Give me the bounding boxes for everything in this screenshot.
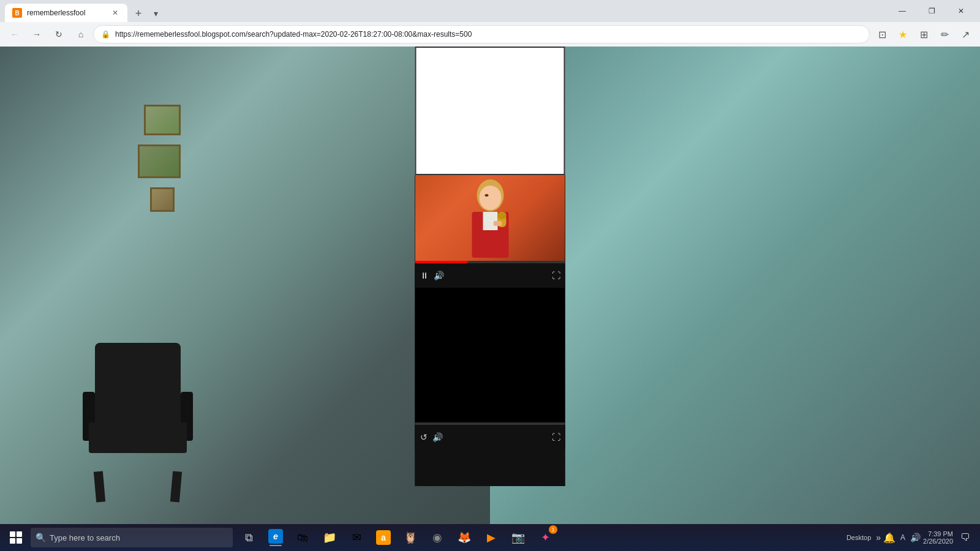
taskbar-icon-camera[interactable]: 📷 bbox=[505, 524, 532, 551]
taskbar-icon-mail[interactable]: ✉ bbox=[343, 524, 370, 551]
search-placeholder-text: Type here to search bbox=[50, 533, 120, 542]
fullscreen-button-2[interactable]: ⛶ bbox=[552, 432, 560, 442]
video-progress-bar-1[interactable] bbox=[415, 261, 565, 263]
taskbar-search[interactable]: 🔍 Type here to search bbox=[31, 528, 233, 547]
chair bbox=[83, 343, 193, 478]
maximize-button[interactable]: ❐ bbox=[918, 0, 946, 22]
chair-leg-left bbox=[94, 471, 105, 502]
new-tab-button[interactable]: + bbox=[130, 5, 147, 22]
singer-svg bbox=[459, 178, 521, 258]
chair-back bbox=[95, 343, 181, 429]
browser-tab[interactable]: B rememberlessfool ✕ bbox=[5, 4, 127, 22]
video-progress-bar-2[interactable] bbox=[415, 422, 565, 425]
tab-bar: B rememberlessfool ✕ + ▾ bbox=[5, 0, 881, 22]
taskbar-icon-amazon[interactable]: a bbox=[370, 524, 397, 551]
taskbar: 🔍 Type here to search ⧉ e 🛍 📁 ✉ a 🦉 ◉ bbox=[0, 524, 980, 551]
start-button[interactable] bbox=[2, 524, 29, 551]
volume-button-2[interactable]: 🔊 bbox=[432, 432, 443, 442]
taskbar-icon-circle[interactable]: ◉ bbox=[424, 524, 451, 551]
video-controls-2: ↺ 🔊 ⛶ bbox=[415, 425, 565, 449]
video-player-1: ⏸ 🔊 ⛶ bbox=[415, 175, 565, 288]
url-bar[interactable]: 🔒 https://rememeberlessfool.blogspot.com… bbox=[93, 25, 870, 43]
time-display[interactable]: 7:39 PM 2/26/2020 bbox=[923, 530, 953, 545]
collections-button[interactable]: ⊞ bbox=[914, 24, 933, 44]
volume-button-1[interactable]: 🔊 bbox=[434, 271, 444, 280]
svg-point-8 bbox=[484, 194, 488, 197]
chair-seat bbox=[89, 422, 187, 453]
video-player-2: ↺ 🔊 ⛶ bbox=[415, 422, 565, 449]
svg-rect-6 bbox=[497, 212, 506, 219]
taskbar-icon-extra[interactable]: ✦ 1 bbox=[532, 524, 559, 551]
share-button[interactable]: ↗ bbox=[956, 24, 975, 44]
time-text: 7:39 PM bbox=[928, 530, 953, 538]
date-text: 2/26/2020 bbox=[923, 538, 953, 545]
painting-2 bbox=[138, 144, 181, 178]
toolbar-icons: ⊡ ★ ⊞ ✏ ↗ bbox=[872, 24, 975, 44]
bottom-content bbox=[415, 449, 565, 486]
black-section bbox=[415, 288, 565, 422]
svg-point-2 bbox=[479, 186, 501, 210]
window-controls: — ❐ ✕ bbox=[888, 0, 975, 22]
back-button[interactable]: ← bbox=[5, 24, 24, 44]
draw-button[interactable]: ✏ bbox=[935, 24, 954, 44]
video-thumbnail-1[interactable] bbox=[415, 175, 565, 261]
lock-icon: 🔒 bbox=[101, 30, 110, 39]
notification-center-button[interactable]: 🗨 bbox=[956, 524, 975, 551]
taskbar-icon-explorer[interactable]: 📁 bbox=[316, 524, 343, 551]
reader-view-button[interactable]: ⊡ bbox=[872, 24, 892, 44]
notification-badge: 1 bbox=[549, 525, 557, 534]
desktop-text[interactable]: Desktop bbox=[844, 534, 873, 541]
tab-title: rememberlessfool bbox=[27, 9, 105, 17]
tab-list-button[interactable]: ▾ bbox=[147, 5, 164, 22]
tray-notification-icon[interactable]: 🔔 bbox=[883, 532, 895, 544]
home-button[interactable]: ⌂ bbox=[71, 24, 91, 44]
tray-volume-icon[interactable]: 🔊 bbox=[910, 533, 921, 542]
taskbar-icon-firefox[interactable]: 🦊 bbox=[451, 524, 478, 551]
address-bar: ← → ↻ ⌂ 🔒 https://rememeberlessfool.blog… bbox=[0, 22, 980, 47]
taskbar-icon-tripadvisor[interactable]: 🦉 bbox=[397, 524, 424, 551]
windows-icon bbox=[10, 531, 22, 544]
chair-leg-right bbox=[170, 471, 182, 502]
pause-button[interactable]: ⏸ bbox=[420, 271, 429, 280]
search-icon: 🔍 bbox=[36, 533, 46, 542]
title-bar: B rememberlessfool ✕ + ▾ — ❐ ✕ bbox=[0, 0, 980, 22]
page-content: ⏸ 🔊 ⛶ ↺ 🔊 ⛶ bbox=[0, 47, 980, 551]
ad-container bbox=[415, 47, 565, 175]
refresh-button[interactable]: ↻ bbox=[49, 24, 69, 44]
fullscreen-button-1[interactable]: ⛶ bbox=[552, 271, 560, 280]
taskbar-icon-taskview[interactable]: ⧉ bbox=[235, 524, 262, 551]
url-text: https://rememeberlessfool.blogspot.com/s… bbox=[115, 30, 862, 39]
taskbar-icons: ⧉ e 🛍 📁 ✉ a 🦉 ◉ 🦊 ▶ 📷 bbox=[235, 524, 559, 551]
painting-3 bbox=[150, 187, 175, 212]
chevron-icon[interactable]: » bbox=[876, 533, 881, 542]
bookmark-button[interactable]: ★ bbox=[893, 24, 913, 44]
svg-rect-7 bbox=[493, 221, 502, 226]
taskbar-icon-edge[interactable]: e bbox=[262, 524, 289, 551]
tray-language-icon: A bbox=[898, 533, 908, 542]
video-area: ⏸ 🔊 ⛶ ↺ 🔊 ⛶ bbox=[415, 47, 565, 486]
painting-1 bbox=[144, 105, 181, 135]
browser-frame: B rememberlessfool ✕ + ▾ — ❐ ✕ ← → ↻ ⌂ 🔒… bbox=[0, 0, 980, 551]
taskbar-icon-vlc[interactable]: ▶ bbox=[478, 524, 505, 551]
tab-close-button[interactable]: ✕ bbox=[110, 8, 120, 18]
forward-button[interactable]: → bbox=[27, 24, 47, 44]
taskbar-icon-store[interactable]: 🛍 bbox=[289, 524, 316, 551]
close-button[interactable]: ✕ bbox=[947, 0, 975, 22]
video-preview-image bbox=[415, 175, 565, 261]
taskbar-right: Desktop » 🔔 A 🔊 7:39 PM 2/26/2020 🗨 bbox=[844, 524, 978, 551]
video-controls-1: ⏸ 🔊 ⛶ bbox=[415, 263, 565, 288]
video-progress-fill-1 bbox=[415, 261, 468, 263]
tab-favicon: B bbox=[12, 8, 22, 18]
minimize-button[interactable]: — bbox=[888, 0, 916, 22]
replay-button[interactable]: ↺ bbox=[420, 432, 428, 442]
